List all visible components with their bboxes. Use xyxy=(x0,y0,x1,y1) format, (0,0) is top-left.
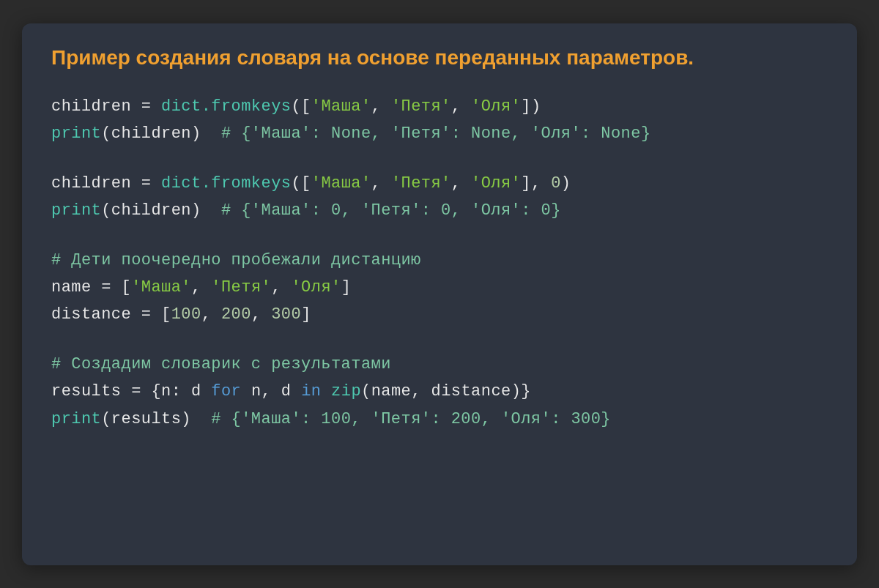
code-comment-4: # Создадим словарик с результатами xyxy=(51,351,828,378)
code-line-2-1: children = dict.fromkeys(['Маша', 'Петя'… xyxy=(51,170,828,197)
code-line-1-1: children = dict.fromkeys(['Маша', 'Петя'… xyxy=(51,93,828,120)
code-line-3-1: name = ['Маша', 'Петя', 'Оля'] xyxy=(51,274,828,301)
code-line-4-2: print(results) # {'Маша': 100, 'Петя': 2… xyxy=(51,406,828,433)
code-section-1: children = dict.fromkeys(['Маша', 'Петя'… xyxy=(51,93,828,148)
code-comment-3: # Дети поочередно пробежали дистанцию xyxy=(51,247,828,274)
page-title: Пример создания словаря на основе переда… xyxy=(51,45,828,70)
main-card: Пример создания словаря на основе переда… xyxy=(22,23,857,565)
code-line-1-2: print(children) # {'Маша': None, 'Петя':… xyxy=(51,120,828,147)
code-line-3-2: distance = [100, 200, 300] xyxy=(51,301,828,328)
code-section-3: # Дети поочередно пробежали дистанцию na… xyxy=(51,247,828,329)
code-block: children = dict.fromkeys(['Маша', 'Петя'… xyxy=(51,93,828,433)
code-section-4: # Создадим словарик с результатами resul… xyxy=(51,351,828,433)
code-section-2: children = dict.fromkeys(['Маша', 'Петя'… xyxy=(51,170,828,225)
code-line-2-2: print(children) # {'Маша': 0, 'Петя': 0,… xyxy=(51,197,828,224)
code-line-4-1: results = {n: d for n, d in zip(name, di… xyxy=(51,378,828,405)
